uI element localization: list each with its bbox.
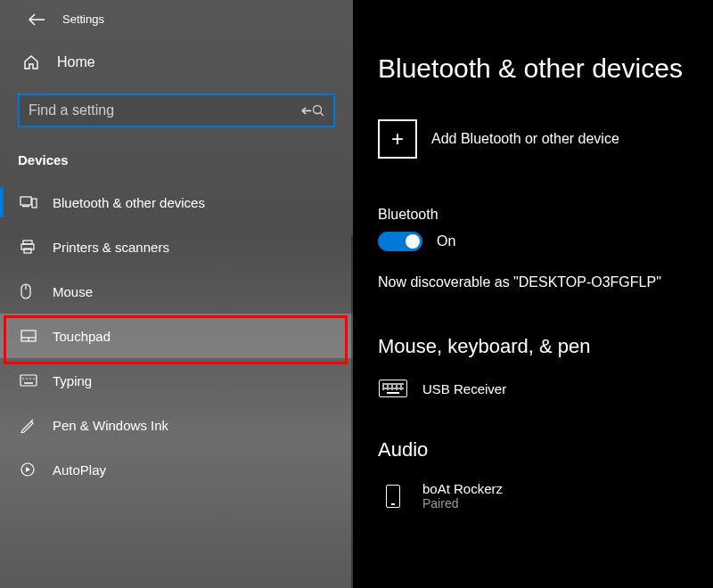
mkp-heading: Mouse, keyboard, & pen xyxy=(378,335,713,358)
touchpad-icon xyxy=(20,329,37,343)
pen-icon xyxy=(20,417,37,433)
svg-rect-2 xyxy=(20,197,31,205)
bluetooth-toggle[interactable] xyxy=(378,232,422,251)
back-arrow-icon[interactable] xyxy=(29,13,45,26)
svg-point-18 xyxy=(33,378,35,380)
toggle-knob xyxy=(406,234,420,249)
section-title-devices: Devices xyxy=(0,127,353,180)
svg-point-0 xyxy=(314,106,322,114)
nav-list: Bluetooth & other devices Printers & sca… xyxy=(0,180,353,492)
device-status: Paired xyxy=(422,496,503,510)
mouse-icon xyxy=(20,282,37,300)
settings-header-label: Settings xyxy=(62,12,104,26)
sidebar-item-pen[interactable]: Pen & Windows Ink xyxy=(0,403,353,447)
bluetooth-label: Bluetooth xyxy=(378,207,713,223)
audio-heading: Audio xyxy=(378,438,713,461)
svg-rect-4 xyxy=(32,199,37,208)
printer-icon xyxy=(20,239,37,255)
discoverable-text: Now discoverable as "DESKTOP-O3FGFLP" xyxy=(378,274,713,290)
sidebar-item-label: Typing xyxy=(53,373,92,388)
magnify-icon xyxy=(312,104,324,117)
sidebar-item-mouse[interactable]: Mouse xyxy=(0,269,353,314)
sidebar-item-autoplay[interactable]: AutoPlay xyxy=(0,447,353,492)
device-row-usb[interactable]: USB Receiver xyxy=(378,374,713,422)
search-icon: ➔︎ xyxy=(300,102,312,118)
sidebar-item-label: Touchpad xyxy=(53,329,111,344)
sidebar-item-label: Bluetooth & other devices xyxy=(53,195,205,210)
plus-icon: + xyxy=(378,119,417,159)
device-row-audio[interactable]: boAt Rockerz Paired xyxy=(378,478,713,534)
svg-rect-13 xyxy=(20,375,37,386)
device-name: boAt Rockerz xyxy=(422,481,503,496)
sidebar-item-label: Printers & scanners xyxy=(53,240,169,255)
devices-icon xyxy=(20,195,37,209)
toggle-state-label: On xyxy=(437,233,455,249)
sidebar-item-touchpad[interactable]: Touchpad xyxy=(0,314,353,358)
sidebar-item-printers[interactable]: Printers & scanners xyxy=(0,225,353,269)
sidebar-scrollbar[interactable] xyxy=(351,235,353,588)
main-panel: Bluetooth & other devices + Add Bluetoot… xyxy=(353,0,713,588)
device-name: USB Receiver xyxy=(422,381,506,396)
keyboard-icon xyxy=(20,374,37,387)
svg-point-16 xyxy=(26,378,28,380)
search-field-wrap[interactable]: ➔︎ xyxy=(18,94,335,127)
page-title: Bluetooth & other devices xyxy=(378,53,713,84)
svg-marker-20 xyxy=(26,467,30,472)
add-device-label: Add Bluetooth or other device xyxy=(431,131,619,147)
svg-point-17 xyxy=(29,378,31,380)
svg-rect-3 xyxy=(22,206,29,207)
phone-device-icon xyxy=(378,486,408,507)
sidebar-item-typing[interactable]: Typing xyxy=(0,358,353,403)
settings-sidebar: Settings Home ➔︎ Devices Bluetooth & oth… xyxy=(0,0,353,588)
sidebar-item-label: Mouse xyxy=(53,284,93,299)
autoplay-icon xyxy=(20,461,37,478)
sidebar-item-label: AutoPlay xyxy=(53,462,106,478)
keyboard-device-icon xyxy=(378,378,408,399)
home-label: Home xyxy=(57,54,95,70)
sidebar-item-bluetooth[interactable]: Bluetooth & other devices xyxy=(0,180,353,225)
sidebar-item-label: Pen & Windows Ink xyxy=(53,418,168,433)
home-nav[interactable]: Home xyxy=(0,35,353,86)
svg-line-1 xyxy=(320,112,324,116)
search-input[interactable] xyxy=(29,102,300,118)
svg-rect-5 xyxy=(23,241,32,244)
add-device-button[interactable]: + Add Bluetooth or other device xyxy=(378,119,713,159)
home-icon xyxy=(23,54,41,70)
svg-point-15 xyxy=(22,378,24,380)
